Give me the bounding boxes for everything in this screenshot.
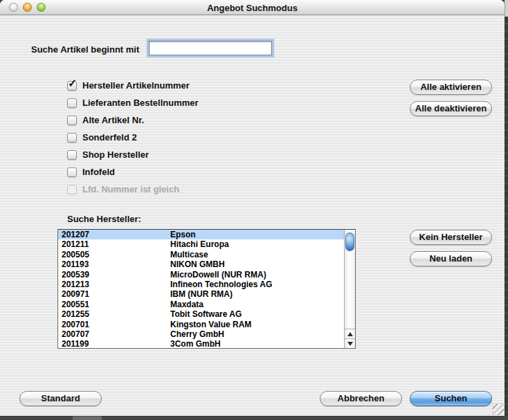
titlebar[interactable]: Angebot Suchmodus	[0, 0, 505, 15]
manufacturer-id: 201199	[58, 339, 170, 348]
no-manufacturer-button[interactable]: Kein Hersteller	[410, 230, 492, 245]
checkbox-row[interactable]: ✓Hersteller Artikelnummer	[67, 80, 199, 91]
checkbox[interactable]	[67, 150, 77, 160]
checkbox[interactable]	[67, 133, 77, 143]
manufacturer-id: 200539	[58, 270, 170, 280]
checkbox-row[interactable]: Sonderfeld 2	[67, 132, 199, 143]
manufacturer-id: 200505	[58, 250, 170, 259]
checkbox-label: Infofeld	[82, 167, 115, 177]
background-artifact	[73, 416, 102, 420]
list-item[interactable]: 201193NIKON GMBH	[58, 259, 344, 269]
manufacturer-name: Maxdata	[170, 300, 344, 309]
list-item[interactable]: 201207Epson	[58, 230, 344, 239]
manufacturer-name: MicroDowell (NUR RMA)	[170, 270, 344, 280]
scrollbar-thumb[interactable]	[345, 232, 354, 251]
manufacturer-id: 201193	[58, 259, 170, 269]
manufacturer-name: Hitachi Europa	[170, 239, 344, 249]
checkbox-label: Alte Artikel Nr.	[82, 115, 144, 125]
list-item[interactable]: 201211Hitachi Europa	[58, 239, 344, 249]
manufacturer-name: Epson	[170, 230, 344, 239]
resize-grip-icon[interactable]	[492, 403, 504, 415]
scroll-down-button[interactable]	[345, 338, 355, 348]
dialog-window: Angebot Suchmodus Suche Artikel beginnt …	[0, 0, 505, 416]
manufacturer-id: 200701	[58, 320, 170, 329]
list-item[interactable]: 200539MicroDowell (NUR RMA)	[58, 270, 344, 280]
reload-button[interactable]: Neu laden	[410, 251, 492, 266]
checkbox[interactable]	[67, 98, 77, 108]
list-item[interactable]: 200707Cherry GmbH	[58, 329, 344, 339]
checkbox[interactable]: ✓	[67, 81, 77, 91]
checkbox[interactable]	[67, 116, 77, 125]
scrollbar[interactable]	[344, 230, 355, 348]
checkbox-label: Lfd. Nummer ist gleich	[82, 184, 179, 194]
window-title: Angebot Suchmodus	[0, 3, 505, 13]
manufacturer-id: 200551	[58, 300, 170, 309]
list-item[interactable]: 200971IBM (NUR RMA)	[58, 289, 344, 299]
manufacturer-name: Multicase	[170, 250, 344, 259]
hersteller-listbox: 201207Epson201211Hitachi Europa200505Mul…	[57, 229, 356, 349]
hersteller-list-rows: 201207Epson201211Hitachi Europa200505Mul…	[58, 230, 344, 348]
manufacturer-name: Infineon Technologies AG	[170, 280, 344, 289]
list-item[interactable]: 200701Kingston Value RAM	[58, 320, 344, 329]
manufacturer-id: 201213	[58, 280, 170, 289]
checkbox-row[interactable]: Infofeld	[67, 167, 199, 177]
search-label: Suche Artikel beginnt mit	[31, 44, 139, 55]
checkbox-row[interactable]: Alte Artikel Nr.	[67, 115, 199, 125]
list-item[interactable]: 200505Multicase	[58, 250, 344, 259]
hersteller-list-label: Suche Hersteller:	[67, 214, 141, 224]
deactivate-all-button[interactable]: Alle deaktivieren	[410, 101, 492, 116]
list-item[interactable]: 201213Infineon Technologies AG	[58, 280, 344, 289]
background-window-sliver-bottom	[0, 416, 508, 420]
scroll-up-button[interactable]	[345, 329, 355, 338]
up-arrow-icon	[347, 332, 353, 336]
list-item[interactable]: 201255Tobit Software AG	[58, 309, 344, 319]
checkbox-label: Shop Hersteller	[82, 149, 149, 160]
down-arrow-icon	[347, 342, 353, 346]
search-input[interactable]	[149, 41, 272, 55]
checkbox-row[interactable]: Shop Hersteller	[67, 149, 199, 160]
activate-all-button[interactable]: Alle aktivieren	[410, 80, 492, 95]
manufacturer-name: NIKON GMBH	[170, 259, 344, 269]
checkbox-row[interactable]: Lieferanten Bestellnummer	[67, 98, 199, 108]
manufacturer-name: 3Com GmbH	[170, 339, 344, 348]
checkbox-label: Lieferanten Bestellnummer	[82, 98, 199, 108]
manufacturer-id: 200971	[58, 289, 170, 299]
list-item[interactable]: 2011993Com GmbH	[58, 339, 344, 348]
checkmark-icon: ✓	[68, 78, 77, 89]
search-button[interactable]: Suchen	[410, 391, 492, 406]
background-window-sliver-top	[505, 0, 508, 17]
background-window-sliver-right	[505, 17, 508, 420]
manufacturer-name: IBM (NUR RMA)	[170, 289, 344, 299]
checkbox-row: Lfd. Nummer ist gleich	[67, 184, 199, 194]
manufacturer-id: 201207	[58, 230, 170, 239]
checkbox	[67, 185, 77, 194]
list-item[interactable]: 200551Maxdata	[58, 300, 344, 309]
manufacturer-id: 201211	[58, 239, 170, 249]
manufacturer-name: Kingston Value RAM	[170, 320, 344, 329]
checkbox-group: ✓Hersteller ArtikelnummerLieferanten Bes…	[67, 80, 199, 201]
cancel-button[interactable]: Abbrechen	[320, 391, 402, 406]
checkbox-label: Sonderfeld 2	[82, 132, 137, 143]
manufacturer-id: 201255	[58, 309, 170, 319]
standard-button[interactable]: Standard	[19, 391, 102, 406]
checkbox-label: Hersteller Artikelnummer	[82, 80, 190, 91]
checkbox[interactable]	[67, 167, 77, 177]
manufacturer-name: Cherry GmbH	[170, 329, 344, 339]
manufacturer-id: 200707	[58, 329, 170, 339]
manufacturer-name: Tobit Software AG	[170, 309, 344, 319]
